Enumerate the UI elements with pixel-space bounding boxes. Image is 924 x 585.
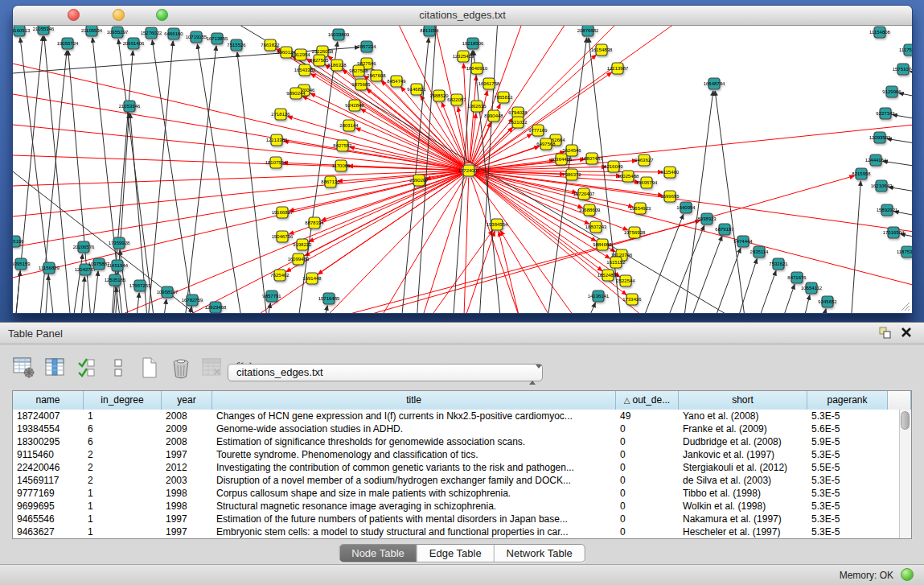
graph-node[interactable]: 8471676 <box>787 272 807 283</box>
graph-node[interactable]: 20691406 <box>123 38 145 49</box>
graph-node[interactable]: 12213987 <box>607 63 629 74</box>
graph-node[interactable]: 19654923 <box>630 203 651 214</box>
close-panel-icon[interactable] <box>901 327 912 341</box>
graph-node[interactable]: 10955297 <box>107 27 129 38</box>
graph-node[interactable]: 9463627 <box>634 154 654 166</box>
graph-node[interactable]: 10719155 <box>186 31 207 43</box>
graph-node[interactable]: 20160513 <box>13 26 31 36</box>
graph-node[interactable]: 1170065 <box>332 160 351 171</box>
show-columns-button[interactable] <box>43 355 68 381</box>
network-canvas[interactable]: 2016051321055346190557242110553410955297… <box>13 26 912 313</box>
graph-node[interactable]: 10958107 <box>157 286 179 298</box>
graph-node[interactable]: 17016504 <box>883 227 905 238</box>
graph-node[interactable]: 9129966 <box>882 86 901 97</box>
graph-node[interactable]: 9227342 <box>876 108 895 119</box>
graph-node[interactable]: 2803144 <box>339 120 359 131</box>
table-selector-dropdown[interactable]: citations_edges.txt <box>228 364 543 381</box>
table-row[interactable]: 946554611997Estimation of the future num… <box>13 513 899 525</box>
graph-node[interactable]: 16543382 <box>294 64 316 76</box>
graph-node[interactable]: 9115460 <box>661 167 680 178</box>
graph-node[interactable]: 15716485 <box>318 293 340 304</box>
column-header-name[interactable]: name <box>13 391 84 410</box>
graph-node[interactable]: 11154808 <box>869 27 890 38</box>
graph-node[interactable]: 11875334 <box>897 246 912 257</box>
table-row[interactable]: 1830029562008Estimation of significance … <box>13 435 899 448</box>
graph-node[interactable]: 6466160 <box>164 28 183 39</box>
graph-node[interactable]: 12444164 <box>865 154 887 166</box>
graph-node[interactable]: 19495794 <box>636 177 658 188</box>
graph-node[interactable]: 2718126 <box>271 109 290 120</box>
graph-node[interactable]: 12093582 <box>869 132 891 143</box>
citation-network-graph[interactable]: 2016051321055346190557242110553410955297… <box>13 26 912 313</box>
graph-node[interactable]: 16033809 <box>328 29 350 40</box>
graph-node[interactable]: 17957253 <box>129 280 151 291</box>
graph-node[interactable]: 16210643 <box>871 180 893 192</box>
column-header-pagerank[interactable]: pagerank <box>807 391 888 410</box>
graph-node[interactable]: 20876682 <box>577 26 599 36</box>
graph-node[interactable]: 8454749 <box>387 76 406 87</box>
graph-node[interactable]: 18640910 <box>466 63 488 74</box>
graph-node[interactable]: 18107554 <box>265 157 287 168</box>
table-row[interactable]: 1872400712008Changes of HCN gene express… <box>13 410 899 422</box>
graph-node[interactable]: 16782759 <box>182 295 203 306</box>
table-row[interactable]: 946362711997Embryonic stem cells: a mode… <box>13 525 899 538</box>
graph-node[interactable]: 10688609 <box>579 204 601 216</box>
graph-node[interactable]: 1362615 <box>467 101 487 112</box>
graph-node[interactable]: 8867130 <box>321 176 340 187</box>
tab-node-table[interactable]: Node Table <box>339 545 417 562</box>
graph-node[interactable]: 2522544 <box>616 275 635 286</box>
graph-node[interactable]: 8215958 <box>852 168 871 179</box>
column-header-year[interactable]: year <box>162 391 212 410</box>
scrollbar-thumb[interactable] <box>901 411 910 430</box>
graph-node[interactable]: 2935114 <box>750 246 770 257</box>
create-column-button[interactable] <box>137 355 162 381</box>
graph-node[interactable]: 1621022 <box>508 117 528 128</box>
graph-node[interactable]: 9474444 <box>733 236 753 247</box>
graph-node[interactable]: 6822057 <box>447 94 466 105</box>
graph-node[interactable]: 20206576 <box>73 241 95 253</box>
graph-node[interactable]: 17359928 <box>109 237 130 249</box>
graph-node[interactable]: 12325419 <box>453 51 474 62</box>
graph-node[interactable]: 9395159 <box>13 258 31 270</box>
graph-node[interactable]: 12213389 <box>266 134 288 146</box>
tab-edge-table[interactable]: Edge Table <box>417 545 495 562</box>
graph-node[interactable]: 8938923 <box>697 213 717 225</box>
table-row[interactable]: 1456911722003Disruption of a novel membe… <box>13 474 899 487</box>
row-height-button[interactable] <box>105 355 131 381</box>
graph-node[interactable]: 11175108 <box>899 44 912 56</box>
graph-node[interactable]: 21105534 <box>81 26 103 36</box>
graph-node[interactable]: 21053346 <box>119 101 141 112</box>
column-header-in_degree[interactable]: in_degree <box>84 391 162 410</box>
graph-node[interactable]: 15276022 <box>141 27 162 39</box>
graph-node[interactable]: 1588520 <box>429 90 449 101</box>
graph-node[interactable]: 21055346 <box>33 26 55 35</box>
graph-node[interactable]: 18807243 <box>585 221 607 233</box>
graph-node[interactable]: 11451944 <box>107 260 129 271</box>
graph-node[interactable]: 8813054 <box>420 26 439 36</box>
tab-network-table[interactable]: Network Table <box>495 545 585 562</box>
graph-node[interactable]: 1640954 <box>676 202 696 213</box>
select-columns-button[interactable] <box>74 355 100 381</box>
graph-node[interactable]: 8878334 <box>305 217 324 229</box>
table-row[interactable]: 911546021997Tourette syndrome. Phenomeno… <box>13 448 899 461</box>
graph-node[interactable]: 12923468 <box>205 302 227 313</box>
table-scrollbar[interactable] <box>899 410 911 538</box>
column-header-title[interactable]: title <box>212 391 616 410</box>
graph-node[interactable]: 7386372 <box>562 169 581 180</box>
graph-node[interactable]: 7515526 <box>227 39 246 51</box>
graph-node[interactable]: 1733426 <box>622 294 642 305</box>
graph-node[interactable]: 7663822 <box>261 39 280 51</box>
graph-node[interactable]: 7857224 <box>357 41 376 52</box>
table-row[interactable]: 1938455462009Genome-wide association stu… <box>13 422 899 435</box>
graph-node[interactable]: 19055724 <box>57 38 79 49</box>
graph-node[interactable]: 19218506 <box>462 38 484 49</box>
graph-node[interactable]: 16648784 <box>704 78 725 89</box>
graph-node[interactable]: 2967608 <box>367 70 386 81</box>
graph-node[interactable]: 11156829 <box>39 262 60 274</box>
delete-column-button[interactable] <box>168 355 194 381</box>
graph-node[interactable]: 9857791 <box>262 290 281 302</box>
graph-node[interactable]: 7532621 <box>769 258 788 270</box>
window-titlebar[interactable]: citations_edges.txt <box>13 6 912 26</box>
float-panel-icon[interactable] <box>879 327 892 342</box>
graph-node[interactable]: 6879197 <box>715 224 734 235</box>
